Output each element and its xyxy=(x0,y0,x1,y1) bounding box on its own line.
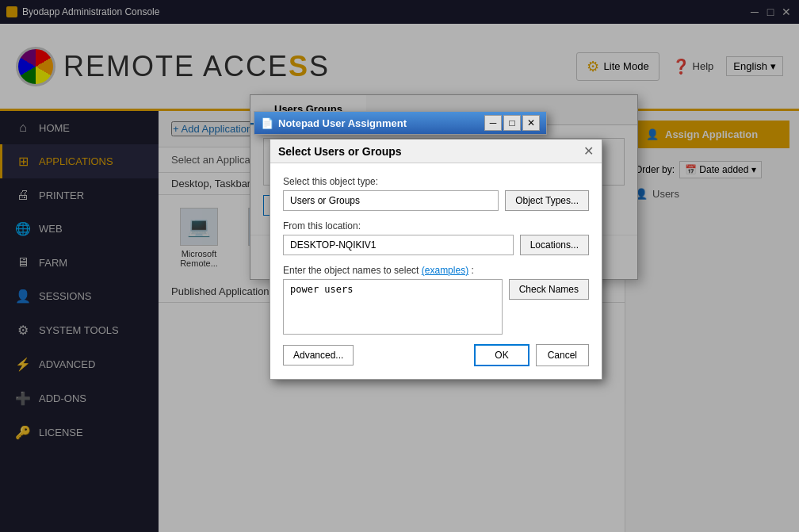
select-users-groups-dialog: Select Users or Groups ✕ Select this obj… xyxy=(270,139,602,380)
ok-label: OK xyxy=(495,350,508,361)
check-names-button[interactable]: Check Names xyxy=(509,279,589,300)
location-row: Locations... xyxy=(283,235,589,255)
cancel-inner-button[interactable]: Cancel xyxy=(536,344,589,366)
locations-button[interactable]: Locations... xyxy=(520,235,589,255)
advanced-button[interactable]: Advanced... xyxy=(283,345,354,366)
object-type-input[interactable] xyxy=(283,190,499,211)
ok-button[interactable]: OK xyxy=(474,344,529,366)
locations-label: Locations... xyxy=(530,239,579,251)
advanced-label: Advanced... xyxy=(293,350,343,361)
notepad-dialog-titlebar: 📄 Notepad User Assignment ─ □ ✕ xyxy=(254,112,546,134)
select-dialog-titlebar: Select Users or Groups ✕ xyxy=(270,140,602,163)
select-dialog-body: Select this object type: Object Types...… xyxy=(270,163,602,379)
notepad-dialog-maximize[interactable]: □ xyxy=(503,115,521,131)
object-type-row: Object Types... xyxy=(283,190,589,211)
object-types-label: Object Types... xyxy=(515,195,579,206)
location-label: From this location: xyxy=(283,220,589,232)
notepad-dialog-close[interactable]: ✕ xyxy=(522,115,540,131)
select-dialog-close[interactable]: ✕ xyxy=(583,144,594,159)
names-colon: : xyxy=(471,265,473,276)
check-names-label: Check Names xyxy=(519,284,579,295)
location-input[interactable] xyxy=(283,235,514,255)
select-dialog-title: Select Users or Groups xyxy=(278,145,402,158)
object-types-button[interactable]: Object Types... xyxy=(505,190,589,211)
select-dialog-footer: Advanced... OK Cancel xyxy=(283,344,589,366)
notepad-dialog-icon: 📄 xyxy=(261,117,273,129)
names-row: power users Check Names xyxy=(283,279,589,335)
cancel-inner-label: Cancel xyxy=(548,350,577,361)
examples-link[interactable]: (examples) xyxy=(422,265,468,276)
names-label: Enter the object names to select (exampl… xyxy=(283,265,589,276)
names-label-text: Enter the object names to select xyxy=(283,265,419,276)
notepad-dialog-title: Notepad User Assignment xyxy=(278,117,407,129)
object-type-label: Select this object type: xyxy=(283,176,589,187)
notepad-assignment-dialog: 📄 Notepad User Assignment ─ □ ✕ xyxy=(254,111,547,135)
names-textarea[interactable]: power users xyxy=(283,279,503,335)
notepad-dialog-minimize[interactable]: ─ xyxy=(484,115,502,131)
